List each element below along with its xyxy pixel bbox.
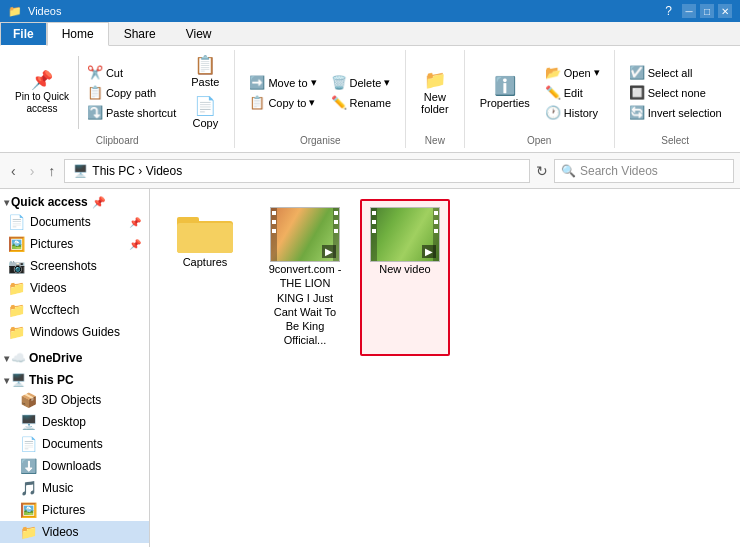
sidebar-item-documents-pc[interactable]: 📄 Documents xyxy=(0,433,149,455)
sidebar-item-label: Music xyxy=(42,481,73,495)
close-button[interactable]: ✕ xyxy=(718,4,732,18)
select-all-button[interactable]: ☑️ Select all xyxy=(623,63,728,82)
captures-folder-icon xyxy=(175,207,235,255)
pin-quick-access-button[interactable]: 📌 Pin to Quick access xyxy=(8,67,76,119)
copy-icon: 📄 xyxy=(194,97,216,115)
invert-selection-button[interactable]: 🔄 Invert selection xyxy=(623,103,728,122)
select-label: Select xyxy=(661,135,689,146)
address-bar: ‹ › ↑ 🖥️ This PC › Videos ↻ 🔍 Search Vid… xyxy=(0,153,740,189)
sidebar-item-label: Desktop xyxy=(42,415,86,429)
sidebar-item-screenshots[interactable]: 📷 Screenshots xyxy=(0,255,149,277)
back-button[interactable]: ‹ xyxy=(6,161,21,181)
forward-button[interactable]: › xyxy=(25,161,40,181)
clipboard-buttons: 📌 Pin to Quick access ✂️ Cut 📋 Copy path… xyxy=(8,52,226,133)
organise-buttons: ➡️ Move to ▾ 📋 Copy to ▾ 🗑️ Delete ▾ ✏️ xyxy=(243,52,397,133)
sidebar-item-label: Downloads xyxy=(42,459,101,473)
thispc-header[interactable]: ▾ 🖥️ This PC xyxy=(0,371,149,389)
properties-button[interactable]: ℹ️ Properties xyxy=(473,73,537,113)
copy-to-button[interactable]: 📋 Copy to ▾ xyxy=(243,93,322,112)
new-filmstrip-left xyxy=(371,208,377,261)
sidebar-item-label: Documents xyxy=(30,215,91,229)
folder-icon: 📁 xyxy=(8,5,22,18)
move-to-arrow: ▾ xyxy=(311,76,317,89)
onedrive-icon: ☁️ xyxy=(11,351,26,365)
invert-icon: 🔄 xyxy=(629,106,645,119)
sidebar-item-wccftech[interactable]: 📁 Wccftech xyxy=(0,299,149,321)
tab-home[interactable]: Home xyxy=(47,22,109,46)
desktop-icon: 🖥️ xyxy=(20,414,37,430)
title-bar-title: Videos xyxy=(28,5,61,17)
3d-objects-icon: 📦 xyxy=(20,392,37,408)
pin-icon: 📌 xyxy=(31,71,53,89)
open-icon: 📂 xyxy=(545,66,561,79)
file-item-captures[interactable]: Captures xyxy=(160,199,250,356)
sidebar-item-documents-qa[interactable]: 📄 Documents 📌 xyxy=(0,211,149,233)
lion-king-label: 9convert.com - THE LION KING I Just Cant… xyxy=(268,262,342,348)
thispc-expand: ▾ xyxy=(4,375,9,386)
captures-label: Captures xyxy=(183,255,228,269)
clipboard-main-col: 📋 Paste 📄 Copy xyxy=(184,52,226,133)
paste-button[interactable]: 📋 Paste xyxy=(184,52,226,92)
move-to-button[interactable]: ➡️ Move to ▾ xyxy=(243,73,322,92)
onedrive-header[interactable]: ▾ ☁️ OneDrive xyxy=(0,349,149,367)
tab-file[interactable]: File xyxy=(0,22,47,46)
search-box[interactable]: 🔍 Search Videos xyxy=(554,159,734,183)
edit-button[interactable]: ✏️ Edit xyxy=(539,83,606,102)
clipboard-col: ✂️ Cut 📋 Copy path ⤵️ Paste shortcut xyxy=(81,63,182,122)
ribbon-group-open: ℹ️ Properties 📂 Open ▾ ✏️ Edit 🕐 History xyxy=(465,50,615,148)
sidebar-item-downloads[interactable]: ⬇️ Downloads xyxy=(0,455,149,477)
help-icon: ? xyxy=(665,4,672,18)
move-to-icon: ➡️ xyxy=(249,76,265,89)
tab-view[interactable]: View xyxy=(171,22,227,45)
delete-button[interactable]: 🗑️ Delete ▾ xyxy=(325,73,398,92)
main-layout: ▾ Quick access 📌 📄 Documents 📌 🖼️ Pictur… xyxy=(0,189,740,547)
new-filmstrip-right xyxy=(433,208,439,261)
rename-button[interactable]: ✏️ Rename xyxy=(325,93,398,112)
cut-icon: ✂️ xyxy=(87,66,103,79)
music-icon: 🎵 xyxy=(20,480,37,496)
pin-icon-qa: 📌 xyxy=(129,217,141,228)
sidebar-item-desktop[interactable]: 🖥️ Desktop xyxy=(0,411,149,433)
wccftech-icon: 📁 xyxy=(8,302,25,318)
tab-share[interactable]: Share xyxy=(109,22,171,45)
file-item-lion-king[interactable]: ▶ 9convert.com - THE LION KING I Just Ca… xyxy=(260,199,350,356)
history-button[interactable]: 🕐 History xyxy=(539,103,606,122)
search-icon: 🔍 xyxy=(561,164,576,178)
copy-button[interactable]: 📄 Copy xyxy=(184,93,226,133)
sidebar-item-videos-qa[interactable]: 📁 Videos xyxy=(0,277,149,299)
address-path: This PC › Videos xyxy=(92,164,182,178)
sidebar-item-pictures-pc[interactable]: 🖼️ Pictures xyxy=(0,499,149,521)
delete-icon: 🗑️ xyxy=(331,76,347,89)
open-col: 📂 Open ▾ ✏️ Edit 🕐 History xyxy=(539,63,606,122)
copy-path-button[interactable]: 📋 Copy path xyxy=(81,83,182,102)
quick-access-header[interactable]: ▾ Quick access 📌 xyxy=(0,193,149,211)
paste-shortcut-button[interactable]: ⤵️ Paste shortcut xyxy=(81,103,182,122)
sidebar-item-pictures-qa[interactable]: 🖼️ Pictures 📌 xyxy=(0,233,149,255)
new-folder-button[interactable]: 📁 New folder xyxy=(414,67,456,119)
svg-rect-2 xyxy=(177,223,233,253)
up-button[interactable]: ↑ xyxy=(43,161,60,181)
open-button[interactable]: 📂 Open ▾ xyxy=(539,63,606,82)
sidebar-item-music[interactable]: 🎵 Music xyxy=(0,477,149,499)
new-video-label: New video xyxy=(379,262,430,276)
ribbon: 📌 Pin to Quick access ✂️ Cut 📋 Copy path… xyxy=(0,46,740,153)
cut-button[interactable]: ✂️ Cut xyxy=(81,63,182,82)
maximize-button[interactable]: □ xyxy=(700,4,714,18)
refresh-button[interactable]: ↻ xyxy=(534,161,550,181)
sidebar-item-3d-objects[interactable]: 📦 3D Objects xyxy=(0,389,149,411)
new-label: New xyxy=(425,135,445,146)
select-none-button[interactable]: 🔲 Select none xyxy=(623,83,728,102)
ribbon-group-clipboard: 📌 Pin to Quick access ✂️ Cut 📋 Copy path… xyxy=(0,50,235,148)
organise-label: Organise xyxy=(300,135,341,146)
title-bar: 📁 Videos ? ─ □ ✕ xyxy=(0,0,740,22)
sidebar-item-windows-guides[interactable]: 📁 Windows Guides xyxy=(0,321,149,343)
filmstrip-right xyxy=(333,208,339,261)
minimize-button[interactable]: ─ xyxy=(682,4,696,18)
select-col: ☑️ Select all 🔲 Select none 🔄 Invert sel… xyxy=(623,63,728,122)
select-all-icon: ☑️ xyxy=(629,66,645,79)
address-input[interactable]: 🖥️ This PC › Videos xyxy=(64,159,530,183)
rename-icon: ✏️ xyxy=(331,96,347,109)
lion-king-thumb: ▶ xyxy=(270,207,340,262)
sidebar-item-videos-pc[interactable]: 📁 Videos xyxy=(0,521,149,543)
file-item-new-video[interactable]: ▶ New video xyxy=(360,199,450,356)
